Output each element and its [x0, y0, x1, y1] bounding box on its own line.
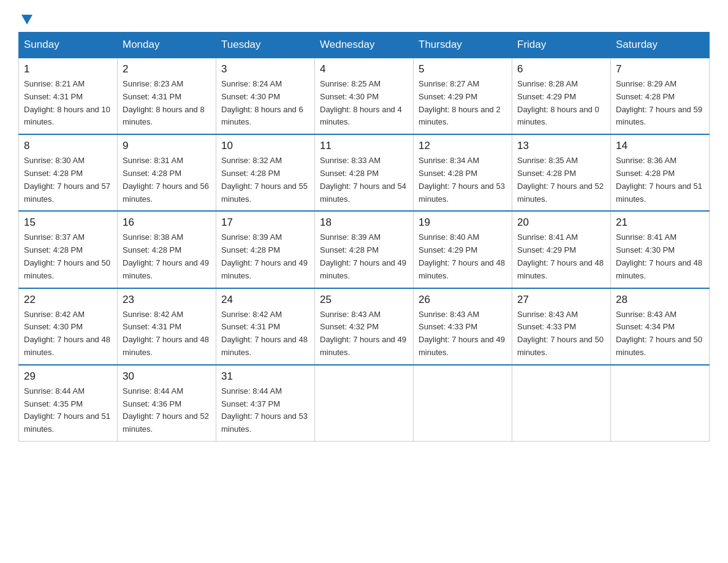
- calendar-cell: 26Sunrise: 8:43 AMSunset: 4:33 PMDayligh…: [414, 288, 512, 365]
- calendar-cell: 25Sunrise: 8:43 AMSunset: 4:32 PMDayligh…: [315, 288, 414, 365]
- calendar-cell: 14Sunrise: 8:36 AMSunset: 4:28 PMDayligh…: [611, 134, 710, 211]
- calendar-week-row: 22Sunrise: 8:42 AMSunset: 4:30 PMDayligh…: [19, 288, 710, 365]
- calendar-cell: [611, 365, 710, 442]
- day-info: Sunrise: 8:44 AMSunset: 4:36 PMDaylight:…: [123, 385, 211, 436]
- day-info: Sunrise: 8:30 AMSunset: 4:28 PMDaylight:…: [24, 155, 112, 205]
- day-info: Sunrise: 8:39 AMSunset: 4:28 PMDaylight:…: [320, 231, 408, 282]
- calendar-header-wednesday: Wednesday: [315, 33, 414, 58]
- day-number: 1: [24, 63, 112, 75]
- calendar-cell: 31Sunrise: 8:44 AMSunset: 4:37 PMDayligh…: [216, 365, 315, 442]
- day-number: 11: [320, 140, 408, 152]
- day-number: 21: [616, 216, 704, 229]
- day-info: Sunrise: 8:25 AMSunset: 4:30 PMDaylight:…: [320, 78, 408, 129]
- day-info: Sunrise: 8:41 AMSunset: 4:30 PMDaylight:…: [616, 231, 704, 282]
- calendar-cell: 15Sunrise: 8:37 AMSunset: 4:28 PMDayligh…: [19, 211, 118, 288]
- calendar-cell: 27Sunrise: 8:43 AMSunset: 4:33 PMDayligh…: [512, 288, 611, 365]
- day-info: Sunrise: 8:24 AMSunset: 4:30 PMDaylight:…: [221, 78, 309, 129]
- calendar-header-sunday: Sunday: [19, 33, 118, 58]
- day-number: 8: [24, 140, 112, 152]
- day-info: Sunrise: 8:44 AMSunset: 4:37 PMDaylight:…: [221, 385, 309, 436]
- calendar-cell: 24Sunrise: 8:42 AMSunset: 4:31 PMDayligh…: [216, 288, 315, 365]
- day-info: Sunrise: 8:37 AMSunset: 4:28 PMDaylight:…: [24, 231, 112, 282]
- day-info: Sunrise: 8:32 AMSunset: 4:28 PMDaylight:…: [221, 155, 309, 205]
- day-info: Sunrise: 8:44 AMSunset: 4:35 PMDaylight:…: [24, 385, 112, 436]
- calendar-week-row: 29Sunrise: 8:44 AMSunset: 4:35 PMDayligh…: [19, 365, 710, 442]
- calendar-cell: 1Sunrise: 8:21 AMSunset: 4:31 PMDaylight…: [19, 58, 118, 134]
- day-number: 27: [517, 294, 605, 306]
- day-number: 29: [24, 370, 112, 383]
- day-number: 10: [221, 140, 309, 152]
- day-number: 26: [419, 294, 507, 306]
- calendar-week-row: 15Sunrise: 8:37 AMSunset: 4:28 PMDayligh…: [19, 211, 710, 288]
- day-number: 30: [123, 370, 211, 383]
- day-number: 7: [616, 63, 704, 75]
- day-info: Sunrise: 8:33 AMSunset: 4:28 PMDaylight:…: [320, 155, 408, 205]
- day-info: Sunrise: 8:40 AMSunset: 4:29 PMDaylight:…: [419, 231, 507, 282]
- day-number: 16: [123, 216, 211, 229]
- day-info: Sunrise: 8:43 AMSunset: 4:34 PMDaylight:…: [616, 308, 704, 359]
- logo: [18, 12, 34, 26]
- calendar-cell: 8Sunrise: 8:30 AMSunset: 4:28 PMDaylight…: [19, 134, 118, 211]
- calendar-cell: 10Sunrise: 8:32 AMSunset: 4:28 PMDayligh…: [216, 134, 315, 211]
- calendar-header-thursday: Thursday: [414, 33, 512, 58]
- logo-line2: [18, 12, 34, 26]
- day-number: 6: [517, 63, 605, 75]
- calendar-cell: [414, 365, 512, 442]
- calendar-cell: 2Sunrise: 8:23 AMSunset: 4:31 PMDaylight…: [118, 58, 216, 134]
- calendar-header-monday: Monday: [118, 33, 216, 58]
- calendar-cell: 4Sunrise: 8:25 AMSunset: 4:30 PMDaylight…: [315, 58, 414, 134]
- day-info: Sunrise: 8:39 AMSunset: 4:28 PMDaylight:…: [221, 231, 309, 282]
- day-info: Sunrise: 8:43 AMSunset: 4:33 PMDaylight:…: [517, 308, 605, 359]
- calendar-header-saturday: Saturday: [611, 33, 710, 58]
- day-number: 25: [320, 294, 408, 306]
- svg-marker-0: [21, 15, 32, 25]
- calendar-cell: 23Sunrise: 8:42 AMSunset: 4:31 PMDayligh…: [118, 288, 216, 365]
- calendar-cell: 9Sunrise: 8:31 AMSunset: 4:28 PMDaylight…: [118, 134, 216, 211]
- calendar-cell: 30Sunrise: 8:44 AMSunset: 4:36 PMDayligh…: [118, 365, 216, 442]
- day-info: Sunrise: 8:42 AMSunset: 4:31 PMDaylight:…: [221, 308, 309, 359]
- calendar-cell: 29Sunrise: 8:44 AMSunset: 4:35 PMDayligh…: [19, 365, 118, 442]
- calendar-cell: 28Sunrise: 8:43 AMSunset: 4:34 PMDayligh…: [611, 288, 710, 365]
- calendar-cell: 20Sunrise: 8:41 AMSunset: 4:29 PMDayligh…: [512, 211, 611, 288]
- day-number: 22: [24, 294, 112, 306]
- day-info: Sunrise: 8:31 AMSunset: 4:28 PMDaylight:…: [123, 155, 211, 205]
- day-number: 24: [221, 294, 309, 306]
- page-header: [18, 12, 710, 26]
- day-info: Sunrise: 8:28 AMSunset: 4:29 PMDaylight:…: [517, 78, 605, 129]
- day-number: 17: [221, 216, 309, 229]
- day-info: Sunrise: 8:42 AMSunset: 4:31 PMDaylight:…: [123, 308, 211, 359]
- calendar-header-friday: Friday: [512, 33, 611, 58]
- day-info: Sunrise: 8:38 AMSunset: 4:28 PMDaylight:…: [123, 231, 211, 282]
- day-info: Sunrise: 8:29 AMSunset: 4:28 PMDaylight:…: [616, 78, 704, 129]
- calendar-cell: 12Sunrise: 8:34 AMSunset: 4:28 PMDayligh…: [414, 134, 512, 211]
- calendar-week-row: 8Sunrise: 8:30 AMSunset: 4:28 PMDaylight…: [19, 134, 710, 211]
- day-info: Sunrise: 8:23 AMSunset: 4:31 PMDaylight:…: [123, 78, 211, 129]
- day-number: 15: [24, 216, 112, 229]
- day-info: Sunrise: 8:35 AMSunset: 4:28 PMDaylight:…: [517, 155, 605, 205]
- day-number: 5: [419, 63, 507, 75]
- logo-triangle-icon: [20, 12, 34, 26]
- day-number: 9: [123, 140, 211, 152]
- day-info: Sunrise: 8:34 AMSunset: 4:28 PMDaylight:…: [419, 155, 507, 205]
- calendar-header-row: SundayMondayTuesdayWednesdayThursdayFrid…: [19, 33, 710, 58]
- day-info: Sunrise: 8:43 AMSunset: 4:33 PMDaylight:…: [419, 308, 507, 359]
- day-info: Sunrise: 8:36 AMSunset: 4:28 PMDaylight:…: [616, 155, 704, 205]
- day-number: 4: [320, 63, 408, 75]
- calendar-cell: 17Sunrise: 8:39 AMSunset: 4:28 PMDayligh…: [216, 211, 315, 288]
- calendar-week-row: 1Sunrise: 8:21 AMSunset: 4:31 PMDaylight…: [19, 58, 710, 134]
- calendar-cell: 16Sunrise: 8:38 AMSunset: 4:28 PMDayligh…: [118, 211, 216, 288]
- calendar-cell: 7Sunrise: 8:29 AMSunset: 4:28 PMDaylight…: [611, 58, 710, 134]
- day-number: 28: [616, 294, 704, 306]
- day-number: 20: [517, 216, 605, 229]
- day-number: 2: [123, 63, 211, 75]
- day-info: Sunrise: 8:21 AMSunset: 4:31 PMDaylight:…: [24, 78, 112, 129]
- day-number: 12: [419, 140, 507, 152]
- calendar-table: SundayMondayTuesdayWednesdayThursdayFrid…: [18, 32, 710, 442]
- day-number: 18: [320, 216, 408, 229]
- calendar-cell: [315, 365, 414, 442]
- day-info: Sunrise: 8:42 AMSunset: 4:30 PMDaylight:…: [24, 308, 112, 359]
- day-number: 31: [221, 370, 309, 383]
- calendar-cell: 19Sunrise: 8:40 AMSunset: 4:29 PMDayligh…: [414, 211, 512, 288]
- calendar-cell: [512, 365, 611, 442]
- day-number: 13: [517, 140, 605, 152]
